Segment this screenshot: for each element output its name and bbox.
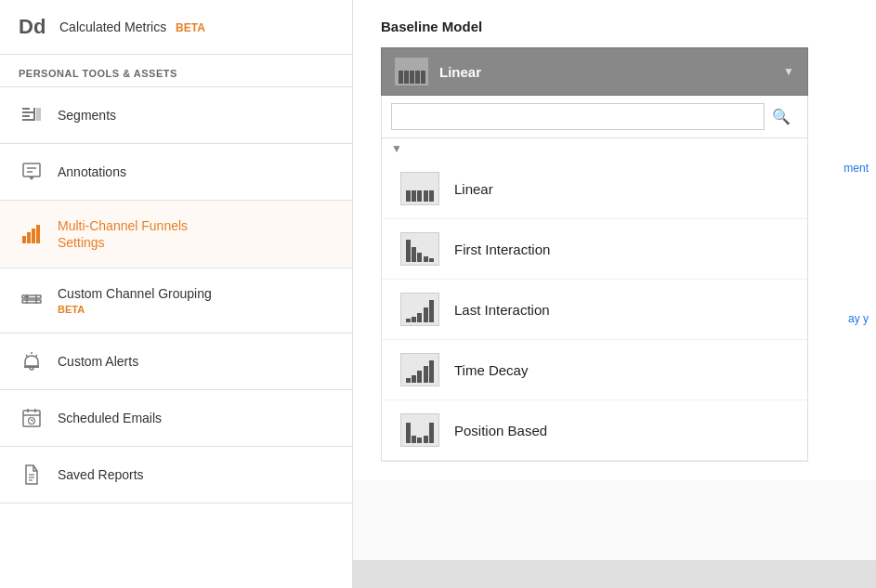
- svg-rect-5: [36, 108, 41, 121]
- svg-rect-18: [24, 366, 39, 368]
- linear-option-icon: [400, 172, 439, 205]
- annotations-icon: [19, 161, 45, 183]
- dropdown-option-time-decay[interactable]: Time Decay: [382, 340, 807, 400]
- baseline-model-section: Baseline Model Linear ▼ 🔍: [353, 0, 876, 480]
- sidebar-item-custom-alerts[interactable]: Custom Alerts: [0, 333, 352, 390]
- svg-rect-3: [22, 119, 33, 121]
- last-interaction-option-icon: [400, 293, 439, 326]
- last-interaction-option-label: Last Interaction: [454, 302, 550, 318]
- bottom-scrollbar[interactable]: [353, 560, 876, 588]
- dropdown-search-bar: 🔍: [381, 96, 808, 138]
- sidebar-item-annotations[interactable]: Annotations: [0, 144, 352, 201]
- baseline-model-title: Baseline Model: [381, 19, 848, 34]
- saved-reports-icon: [19, 464, 45, 486]
- dropdown-list-arrow: ▼: [382, 138, 807, 159]
- multi-channel-label: Multi-Channel Funnels Settings: [58, 217, 188, 251]
- segments-label: Segments: [58, 107, 116, 124]
- svg-rect-6: [23, 163, 40, 176]
- custom-channel-label: Custom Channel Grouping BETA: [58, 285, 212, 315]
- svg-rect-9: [22, 236, 26, 243]
- dropdown-option-first-interaction[interactable]: First Interaction: [382, 219, 807, 280]
- sidebar-item-custom-channel[interactable]: Custom Channel Grouping BETA: [0, 268, 352, 333]
- multichannel-icon: [19, 223, 45, 245]
- scheduled-icon: [19, 407, 45, 429]
- dropdown-option-position-based[interactable]: Position Based: [382, 400, 807, 461]
- dropdown-search-input[interactable]: [391, 103, 765, 130]
- scheduled-emails-label: Scheduled Emails: [58, 410, 162, 426]
- dropdown-chevron-icon: ▼: [783, 65, 794, 78]
- right-partial-text: ment ay y: [820, 149, 876, 338]
- sidebar-item-calculated-metrics[interactable]: Dd Calculated Metrics BETA: [0, 0, 352, 55]
- dropdown-trigger[interactable]: Linear ▼: [381, 47, 808, 96]
- segments-icon: [19, 104, 45, 126]
- sidebar-item-saved-reports[interactable]: Saved Reports: [0, 447, 352, 503]
- alerts-icon: [19, 350, 45, 372]
- dropdown-option-last-interaction[interactable]: Last Interaction: [382, 280, 807, 340]
- first-interaction-option-icon: [400, 232, 439, 266]
- linear-trigger-icon: [395, 58, 428, 85]
- custom-alerts-label: Custom Alerts: [58, 353, 138, 370]
- svg-rect-10: [27, 232, 31, 243]
- dropdown-selected-label: Linear: [439, 64, 772, 80]
- svg-rect-0: [22, 108, 30, 110]
- svg-rect-4: [33, 108, 35, 121]
- main-content: Baseline Model Linear ▼ 🔍: [353, 0, 876, 588]
- svg-rect-12: [36, 225, 40, 243]
- personal-tools-header: PERSONAL TOOLS & ASSETS: [0, 55, 352, 87]
- sidebar: Dd Calculated Metrics BETA PERSONAL TOOL…: [0, 0, 353, 588]
- calculated-metrics-beta: BETA: [176, 21, 205, 34]
- time-decay-option-label: Time Decay: [454, 362, 528, 378]
- time-decay-option-icon: [400, 353, 439, 386]
- dropdown-search-button[interactable]: 🔍: [765, 104, 798, 129]
- dropdown-options-list: ▼ Linear: [381, 138, 808, 462]
- custom-channel-icon: [19, 290, 45, 312]
- baseline-model-dropdown[interactable]: Linear ▼ 🔍 ▼: [381, 47, 808, 462]
- sidebar-item-segments[interactable]: Segments: [0, 87, 352, 144]
- calculated-metrics-icon: Dd: [19, 15, 48, 39]
- svg-rect-2: [22, 115, 30, 117]
- svg-rect-1: [22, 111, 33, 113]
- svg-rect-14: [22, 300, 41, 303]
- linear-option-label: Linear: [454, 181, 493, 197]
- position-based-option-icon: [400, 413, 439, 447]
- position-based-option-label: Position Based: [454, 423, 547, 438]
- saved-reports-label: Saved Reports: [58, 466, 144, 483]
- custom-channel-beta: BETA: [58, 303, 212, 316]
- calculated-metrics-label: Calculated Metrics BETA: [59, 20, 205, 34]
- sidebar-item-multi-channel[interactable]: Multi-Channel Funnels Settings: [0, 201, 352, 268]
- first-interaction-option-label: First Interaction: [454, 242, 550, 257]
- svg-rect-11: [32, 229, 35, 243]
- annotations-label: Annotations: [58, 163, 126, 180]
- sidebar-item-scheduled-emails[interactable]: Scheduled Emails: [0, 390, 352, 447]
- dropdown-option-linear[interactable]: Linear: [382, 159, 807, 219]
